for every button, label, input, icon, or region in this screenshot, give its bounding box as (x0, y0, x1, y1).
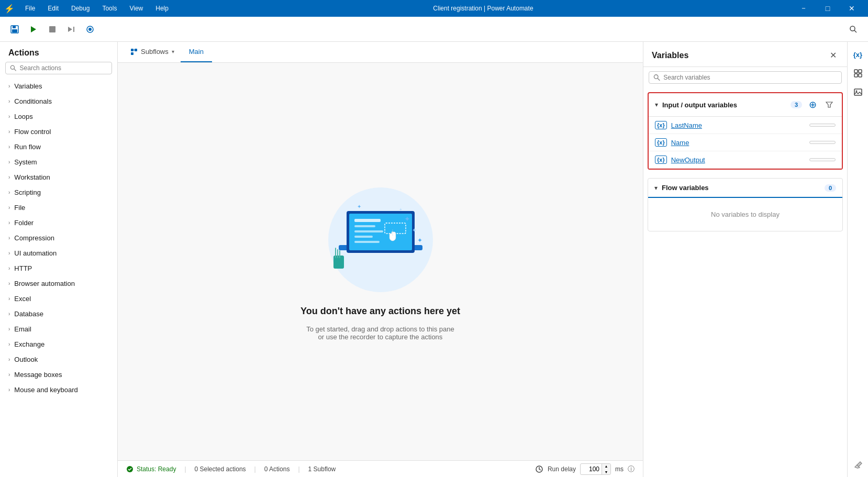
var-name-name[interactable]: Name (671, 139, 689, 147)
subflow-count: 1 Subflow (308, 465, 336, 473)
action-group-outlook[interactable]: ›Outlook (0, 352, 117, 367)
chevron-icon: › (8, 387, 10, 393)
action-group-label: Workstation (14, 173, 50, 181)
svg-rect-42 (854, 74, 858, 77)
flow-variables-header: ▾ Flow variables 0 (648, 179, 842, 198)
menu-help[interactable]: Help (149, 0, 175, 17)
variables-search-box[interactable] (649, 71, 842, 84)
run-button[interactable] (25, 21, 42, 38)
action-group-label: Run flow (14, 143, 41, 151)
action-group-file[interactable]: ›File (0, 200, 117, 215)
stop-button[interactable] (44, 21, 61, 38)
svg-rect-4 (49, 26, 55, 32)
var-name-newoutput[interactable]: NewOutput (671, 156, 705, 164)
menu-edit[interactable]: Edit (41, 0, 65, 17)
action-group-http[interactable]: ›HTTP (0, 261, 117, 276)
chevron-icon: › (8, 174, 10, 180)
toolbar-search-button[interactable] (845, 21, 862, 38)
variables-close-button[interactable]: ✕ (828, 48, 839, 62)
ui-elements-button[interactable] (850, 65, 866, 82)
action-group-label: Flow control (14, 128, 51, 136)
action-group-system[interactable]: ›System (0, 154, 117, 170)
svg-rect-2 (12, 29, 17, 32)
search-actions-input[interactable] (20, 64, 107, 72)
action-group-folder[interactable]: ›Folder (0, 215, 117, 230)
toolbar-search (845, 21, 862, 38)
menu-debug[interactable]: Debug (65, 0, 96, 17)
run-delay-info-button[interactable]: ⓘ (628, 464, 635, 474)
action-group-label: Folder (14, 219, 34, 227)
tab-main[interactable]: Main (181, 42, 212, 62)
run-delay-input-wrap[interactable]: ▲ ▼ (580, 463, 611, 475)
action-group-conditionals[interactable]: ›Conditionals (0, 94, 117, 109)
separator-3: | (298, 465, 299, 473)
eraser-button[interactable] (850, 456, 866, 473)
images-button[interactable] (850, 84, 866, 101)
save-button[interactable] (6, 21, 23, 38)
maximize-button[interactable]: □ (816, 0, 840, 17)
svg-text:✦: ✦ (412, 227, 416, 233)
action-group-compression[interactable]: ›Compression (0, 230, 117, 246)
run-delay-down-button[interactable]: ▼ (602, 469, 610, 475)
search-variables-input[interactable] (663, 74, 837, 81)
action-group-variables[interactable]: ›Variables (0, 79, 117, 94)
svg-rect-23 (354, 230, 383, 232)
menu-bar[interactable]: File Edit Debug Tools View Help (19, 0, 175, 17)
action-group-scripting[interactable]: ›Scripting (0, 185, 117, 200)
chevron-icon: › (8, 144, 10, 150)
variable-item-newoutput: {x} NewOutput (649, 151, 842, 169)
flow-collapse-icon[interactable]: ▾ (654, 184, 658, 192)
action-group-flow-control[interactable]: ›Flow control (0, 124, 117, 139)
window-controls[interactable]: － □ ✕ (792, 0, 864, 17)
io-collapse-icon[interactable]: ▾ (655, 101, 658, 108)
input-output-variables-section: ▾ Input / output variables 3 ⊕ {x} LastN… (648, 92, 843, 170)
action-group-database[interactable]: ›Database (0, 306, 117, 321)
next-button[interactable] (63, 21, 80, 38)
run-delay-label: Run delay (548, 465, 576, 473)
svg-rect-14 (135, 49, 137, 51)
separator-2: | (254, 465, 256, 473)
center-panel: Subflows ▾ Main (118, 42, 643, 477)
menu-view[interactable]: View (123, 0, 149, 17)
run-delay-input[interactable] (581, 465, 602, 473)
io-add-variable-button[interactable]: ⊕ (806, 98, 819, 111)
action-group-excel[interactable]: ›Excel (0, 291, 117, 306)
variables-header: Variables ✕ (643, 42, 847, 67)
run-delay-spinners: ▲ ▼ (602, 463, 610, 475)
action-group-ui-automation[interactable]: ›UI automation (0, 246, 117, 261)
variables-panel-toggle[interactable]: {x} (850, 46, 866, 63)
action-group-email[interactable]: ›Email (0, 321, 117, 337)
ui-elements-icon (853, 69, 863, 78)
chevron-icon: › (8, 129, 10, 135)
chevron-icon: › (8, 190, 10, 195)
variables-search-icon (653, 74, 660, 81)
status-ready: Status: Ready (126, 465, 176, 473)
svg-point-45 (855, 91, 857, 92)
action-group-mouse-and-keyboard[interactable]: ›Mouse and keyboard (0, 382, 117, 397)
run-delay-up-button[interactable]: ▲ (602, 463, 610, 469)
close-button[interactable]: ✕ (840, 0, 864, 17)
actions-search-box[interactable] (5, 62, 112, 74)
empty-state-subtitle: To get started, drag and drop actions to… (306, 325, 454, 341)
action-group-browser-automation[interactable]: ›Browser automation (0, 276, 117, 291)
menu-tools[interactable]: Tools (96, 0, 123, 17)
tab-subflows[interactable]: Subflows ▾ (124, 42, 181, 62)
svg-point-11 (10, 65, 14, 69)
record-button[interactable] (82, 21, 98, 38)
action-group-run-flow[interactable]: ›Run flow (0, 139, 117, 154)
svg-point-8 (88, 28, 92, 31)
action-group-label: UI automation (14, 249, 57, 257)
actions-title: Actions (0, 42, 117, 62)
menu-file[interactable]: File (19, 0, 41, 17)
svg-marker-5 (68, 27, 72, 32)
action-group-workstation[interactable]: ›Workstation (0, 170, 117, 185)
action-group-loops[interactable]: ›Loops (0, 109, 117, 124)
chevron-icon: › (8, 326, 10, 332)
no-flow-variables-message: No variables to display (648, 198, 842, 231)
action-group-exchange[interactable]: ›Exchange (0, 337, 117, 352)
io-filter-button[interactable] (823, 98, 836, 111)
action-group-message-boxes[interactable]: ›Message boxes (0, 367, 117, 382)
var-name-lastname[interactable]: LastName (671, 121, 702, 129)
minimize-button[interactable]: － (792, 0, 816, 17)
run-delay-unit: ms (615, 465, 624, 473)
